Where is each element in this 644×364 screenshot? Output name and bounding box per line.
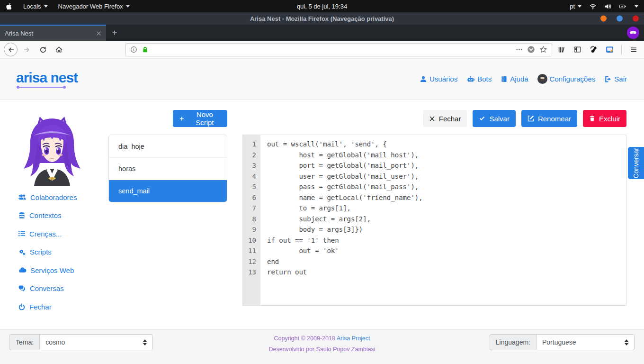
script-item-horas[interactable]: horas bbox=[109, 157, 227, 180]
bot-avatar-image bbox=[21, 114, 83, 186]
top-navigation: Usuários Bots Ajuda bbox=[420, 74, 627, 84]
private-browsing-mask-icon bbox=[627, 27, 639, 39]
caret-down-icon bbox=[578, 5, 581, 8]
editor-action-bar: Fechar Salvar Renomear Excluir bbox=[423, 110, 626, 127]
sidebar-item-conversas[interactable]: Conversas bbox=[18, 283, 77, 294]
bookmark-star-icon[interactable] bbox=[539, 46, 547, 54]
cogs-icon bbox=[18, 248, 26, 256]
caret-down-icon bbox=[126, 5, 130, 8]
nav-configuracoes[interactable]: Configurações bbox=[537, 74, 596, 84]
back-button[interactable] bbox=[4, 43, 18, 56]
site-header: arisa nest Usuários Bots bbox=[0, 59, 644, 100]
toolbar-separator bbox=[621, 45, 622, 55]
system-clock[interactable]: qui, 5 de jul, 19:34 bbox=[297, 3, 347, 10]
browser-toolbar bbox=[0, 41, 644, 59]
gnome-foot-extension-icon[interactable] bbox=[587, 43, 600, 56]
user-icon bbox=[420, 75, 427, 83]
window-maximize-button[interactable] bbox=[617, 16, 623, 22]
logo-underline bbox=[18, 87, 65, 88]
keyboard-layout-indicator[interactable]: pt bbox=[570, 3, 581, 10]
system-top-bar: Locais Navegador Web Firefox qui, 5 de j… bbox=[0, 0, 644, 12]
page-info-icon[interactable] bbox=[130, 46, 137, 53]
save-script-button[interactable]: Salvar bbox=[473, 110, 516, 127]
sidebar-item-contextos[interactable]: Contextos bbox=[18, 210, 77, 221]
sidebar-item-colaboradores[interactable]: Colaboradores bbox=[18, 191, 77, 203]
comments-icon bbox=[18, 285, 26, 292]
wifi-icon[interactable] bbox=[589, 3, 597, 10]
x-icon bbox=[429, 116, 435, 122]
edit-icon bbox=[528, 115, 534, 122]
delete-script-button[interactable]: Excluir bbox=[583, 110, 626, 127]
caret-down-icon bbox=[44, 5, 48, 8]
url-bar[interactable] bbox=[125, 43, 552, 56]
volume-icon[interactable] bbox=[604, 3, 611, 10]
sidebar-item-servicos-web[interactable]: Serviços Web bbox=[18, 264, 77, 276]
language-select-group: Linguagem: Portuguese bbox=[490, 334, 635, 350]
plus-icon bbox=[179, 116, 185, 122]
book-icon bbox=[501, 75, 508, 83]
chat-side-tab[interactable]: Conversar bbox=[628, 147, 644, 179]
sign-out-icon bbox=[604, 75, 612, 83]
system-menu-app[interactable]: Navegador Web Firefox bbox=[58, 3, 130, 10]
battery-icon[interactable] bbox=[619, 3, 627, 10]
check-icon bbox=[479, 115, 485, 122]
new-script-button[interactable]: Novo Script bbox=[173, 110, 227, 127]
site-logo-text: arisa nest bbox=[16, 71, 78, 85]
nav-sair[interactable]: Sair bbox=[604, 75, 627, 83]
nav-ajuda[interactable]: Ajuda bbox=[501, 75, 528, 83]
screenshot-extension-icon[interactable] bbox=[603, 43, 617, 56]
window-title: Arisa Nest - Mozilla Firefox (Navegação … bbox=[250, 15, 394, 22]
copyright-text: Copyright © 2009-2018 bbox=[274, 335, 335, 342]
page-actions-icon[interactable] bbox=[516, 46, 523, 53]
window-minimize-button[interactable] bbox=[600, 16, 607, 22]
library-icon[interactable] bbox=[555, 43, 568, 56]
users-icon bbox=[18, 193, 27, 201]
sidebar-item-scripts[interactable]: Scripts bbox=[18, 246, 77, 258]
system-menu-places[interactable]: Locais bbox=[23, 3, 48, 10]
window-titlebar: Arisa Nest - Mozilla Firefox (Navegação … bbox=[0, 12, 644, 25]
reload-button[interactable] bbox=[36, 43, 50, 56]
language-label: Linguagem: bbox=[490, 334, 536, 350]
copyright-project-link[interactable]: Arisa Project bbox=[337, 335, 370, 342]
nav-usuarios[interactable]: Usuários bbox=[420, 75, 457, 83]
sidebar-item-fechar[interactable]: Fechar bbox=[18, 301, 77, 313]
tab-bar: Arisa Nest bbox=[0, 25, 644, 41]
new-tab-button[interactable] bbox=[106, 25, 123, 41]
sidebar-item-crencas[interactable]: Crenças... bbox=[18, 228, 77, 239]
script-item-dia-hoje[interactable]: dia_hoje bbox=[109, 135, 227, 157]
database-icon bbox=[18, 212, 26, 219]
script-list: dia_hoje horas send_mail bbox=[108, 135, 227, 202]
script-item-send-mail[interactable]: send_mail bbox=[109, 180, 227, 202]
main-content: Colaboradores Contextos Crenças... bbox=[0, 100, 644, 329]
rename-script-button[interactable]: Renomear bbox=[521, 110, 577, 127]
robot-icon bbox=[466, 75, 475, 83]
tab-title: Arisa Nest bbox=[5, 30, 92, 37]
home-button[interactable] bbox=[52, 43, 66, 56]
nav-bots[interactable]: Bots bbox=[466, 75, 492, 83]
https-lock-icon[interactable] bbox=[142, 46, 149, 54]
editor-code-area[interactable]: out = wscall('mail', 'send', { host = ge… bbox=[260, 135, 626, 305]
sidebar-toggle-icon[interactable] bbox=[571, 43, 584, 56]
tab-close-icon[interactable] bbox=[96, 31, 101, 36]
forward-button[interactable] bbox=[20, 43, 34, 56]
window-close-button[interactable] bbox=[633, 16, 639, 22]
sidebar-menu: Colaboradores Contextos Crenças... bbox=[18, 191, 77, 319]
script-code-editor[interactable]: 1 2 3 4 5 6 7 8 9 10 11 12 13 out = wsca… bbox=[242, 135, 626, 306]
browser-tab[interactable]: Arisa Nest bbox=[0, 25, 106, 41]
editor-line-numbers: 1 2 3 4 5 6 7 8 9 10 11 12 13 bbox=[243, 135, 260, 305]
select-arrows-icon bbox=[625, 339, 628, 346]
page-footer: Tema: cosmo Copyright © 2009-2018 Arisa … bbox=[0, 329, 644, 364]
site-logo[interactable]: arisa nest bbox=[16, 71, 78, 88]
list-icon bbox=[18, 230, 26, 237]
pocket-icon[interactable] bbox=[527, 46, 535, 54]
cloud-icon bbox=[18, 266, 27, 274]
close-script-button[interactable]: Fechar bbox=[423, 110, 467, 127]
menu-hamburger-icon[interactable] bbox=[626, 43, 640, 56]
apple-logo-icon[interactable] bbox=[6, 3, 13, 10]
caret-down-icon[interactable] bbox=[635, 5, 638, 8]
language-select[interactable]: Portuguese bbox=[536, 334, 635, 350]
trash-icon bbox=[589, 115, 595, 122]
power-icon bbox=[18, 303, 26, 311]
user-avatar bbox=[537, 74, 547, 84]
